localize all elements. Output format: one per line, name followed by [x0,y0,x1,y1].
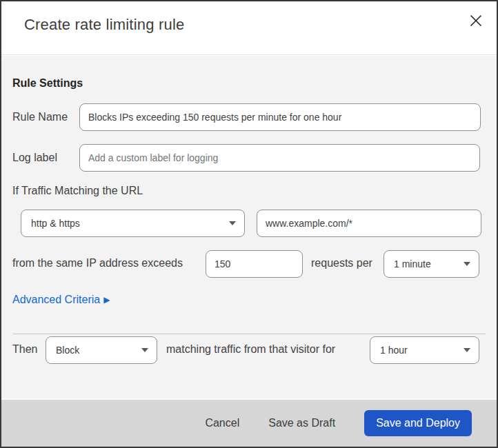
modal-footer: Cancel Save as Draft Save and Deploy [1,398,497,447]
expand-right-arrow-icon: ▶ [103,294,110,305]
action-select-value: Block [56,345,136,356]
scheme-select[interactable]: http & https [21,210,245,237]
modal-body: Rule Settings Rule Name Log label If Tra… [1,56,497,398]
action-middle-text: matching traffic from that visitor for [166,343,335,356]
cancel-button[interactable]: Cancel [205,417,239,429]
action-select[interactable]: Block [46,336,157,364]
caret-down-icon [141,348,148,352]
save-as-draft-button[interactable]: Save as Draft [268,417,335,429]
advanced-criteria-link[interactable]: Advanced Criteria ▶ [12,294,110,306]
url-pattern-input[interactable] [257,210,481,237]
scheme-select-value: http & https [31,218,223,229]
caret-down-icon [229,221,236,225]
log-label-label: Log label [12,152,57,164]
caret-down-icon [464,348,470,352]
section-heading: Rule Settings [12,77,83,90]
close-button[interactable] [465,10,487,32]
log-label-input[interactable] [79,144,480,172]
duration-select[interactable]: 1 hour [370,336,479,364]
threshold-prefix-text: from the same IP address exceeds [12,257,183,269]
save-and-deploy-button[interactable]: Save and Deploy [364,410,472,436]
duration-select-value: 1 hour [380,345,458,356]
caret-down-icon [464,262,470,266]
traffic-match-label: If Traffic Matching the URL [12,185,143,197]
section-divider [12,334,486,334]
rule-name-label: Rule Name [12,111,68,123]
request-count-input[interactable] [206,250,303,278]
then-label: Then [12,343,37,356]
requests-per-text: requests per [311,257,372,269]
rule-name-input[interactable] [79,103,481,131]
period-select-value: 1 minute [394,258,458,269]
modal-title: Create rate limiting rule [24,16,184,34]
advanced-criteria-label: Advanced Criteria [12,294,100,306]
period-select[interactable]: 1 minute [384,250,479,278]
create-rate-limiting-rule-modal: Create rate limiting rule Rule Settings … [0,0,498,448]
close-icon [470,14,482,27]
modal-header: Create rate limiting rule [1,1,497,55]
